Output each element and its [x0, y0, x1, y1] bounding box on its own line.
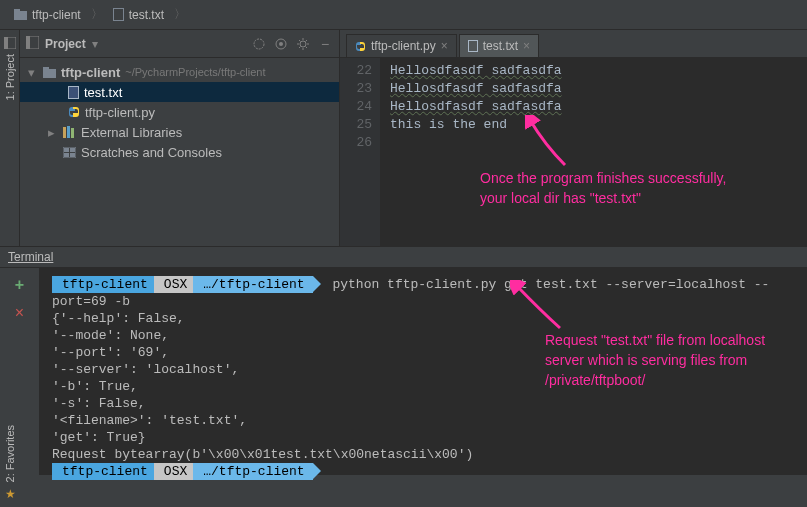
code-line: this is the end — [390, 116, 807, 134]
project-panel-header: Project ▾ − — [20, 30, 339, 58]
svg-point-10 — [279, 42, 283, 46]
terminal-title: Terminal — [8, 250, 53, 264]
breadcrumb-file[interactable]: test.txt — [107, 6, 170, 24]
terminal-output[interactable]: tftp-clientOSX…/tftp-client python tftp-… — [40, 268, 807, 475]
scroll-from-source-icon[interactable] — [273, 36, 289, 52]
editor-area: tftp-client.py × test.txt × 22 23 24 25 … — [340, 30, 807, 246]
terminal-line: tftp-clientOSX…/tftp-client — [52, 463, 795, 480]
tree-scratches[interactable]: ▸ Scratches and Consoles — [20, 142, 339, 162]
code-line: Hellosdfasdf sadfasdfa — [390, 98, 807, 116]
prompt-segment-project: tftp-client — [52, 276, 156, 293]
terminal-line: '-s': False, — [52, 395, 795, 412]
chevron-right-icon: 〉 — [174, 6, 186, 23]
line-number: 24 — [340, 98, 372, 116]
code-line: Hellosdfasdf sadfasdfa — [390, 62, 807, 80]
line-number: 25 — [340, 116, 372, 134]
code-editor[interactable]: 22 23 24 25 26 Hellosdfasdf sadfasdfa He… — [340, 58, 807, 246]
python-file-icon — [355, 41, 366, 52]
prompt-segment-project: tftp-client — [52, 463, 156, 480]
svg-point-11 — [300, 41, 306, 47]
svg-rect-1 — [14, 9, 20, 13]
annotation-text-2: Request "test.txt" file from localhost s… — [545, 330, 805, 390]
project-tool-label[interactable]: 1: Project — [4, 54, 16, 100]
folder-icon — [14, 9, 27, 20]
file-icon — [113, 8, 124, 21]
svg-rect-15 — [69, 87, 78, 98]
close-session-button[interactable]: × — [15, 304, 24, 322]
svg-rect-3 — [114, 9, 123, 20]
project-tree: ▾ tftp-client ~/PycharmProjects/tftp-cli… — [20, 58, 339, 166]
hide-icon[interactable]: − — [317, 36, 333, 52]
close-tab-icon[interactable]: × — [523, 39, 530, 53]
prompt-segment-os: OSX — [154, 463, 195, 480]
line-number-gutter: 22 23 24 25 26 — [340, 58, 380, 246]
tab-label: test.txt — [483, 39, 518, 53]
expand-arrow-icon[interactable]: ▾ — [28, 65, 38, 80]
annotation-text-1: Once the program finishes successfully, … — [480, 168, 730, 208]
code-line: Hellosdfasdf sadfasdfa — [390, 80, 807, 98]
tab-test-txt[interactable]: test.txt × — [459, 34, 539, 57]
project-tool-icon[interactable] — [3, 36, 17, 50]
dropdown-arrow-icon[interactable]: ▾ — [92, 37, 98, 51]
breadcrumb-bar: tftp-client 〉 test.txt 〉 — [0, 0, 807, 30]
new-session-button[interactable]: + — [15, 276, 24, 294]
tree-file-py[interactable]: tftp-client.py — [20, 102, 339, 122]
svg-rect-16 — [63, 127, 66, 138]
expand-arrow-icon[interactable]: ▸ — [48, 125, 58, 140]
terminal-panel: + × tftp-clientOSX…/tftp-client python t… — [0, 268, 807, 475]
project-panel: Project ▾ − ▾ tftp-client ~/PycharmProje… — [20, 30, 340, 246]
tree-file-testtxt[interactable]: test.txt — [20, 82, 339, 102]
svg-rect-20 — [64, 148, 69, 152]
terminal-header[interactable]: Terminal — [0, 246, 807, 268]
svg-rect-22 — [64, 153, 69, 157]
close-tab-icon[interactable]: × — [441, 39, 448, 53]
terminal-line: Request bytearray(b'\x00\x01test.txt\x00… — [52, 446, 795, 463]
chevron-right-icon: 〉 — [91, 6, 103, 23]
project-tool-dropdown-icon[interactable] — [26, 36, 39, 52]
favorites-gutter: 2: Favorites ★ — [0, 387, 20, 507]
svg-rect-25 — [469, 41, 477, 51]
file-icon — [468, 40, 478, 52]
tab-label: tftp-client.py — [371, 39, 436, 53]
project-panel-title: Project — [45, 37, 86, 51]
line-number: 26 — [340, 134, 372, 152]
svg-rect-13 — [43, 67, 49, 71]
star-icon[interactable]: ★ — [5, 487, 16, 501]
tree-external-libraries[interactable]: ▸ External Libraries — [20, 122, 339, 142]
tree-file-label: tftp-client.py — [85, 105, 155, 120]
terminal-line: 'get': True} — [52, 429, 795, 446]
prompt-segment-os: OSX — [154, 276, 195, 293]
tree-group-label: Scratches and Consoles — [81, 145, 222, 160]
svg-rect-18 — [71, 128, 74, 138]
file-icon — [68, 86, 79, 99]
editor-tabbar: tftp-client.py × test.txt × — [340, 30, 807, 58]
svg-rect-23 — [70, 153, 75, 157]
line-number: 23 — [340, 80, 372, 98]
svg-rect-7 — [26, 36, 30, 49]
tree-group-label: External Libraries — [81, 125, 182, 140]
svg-rect-17 — [67, 126, 70, 138]
svg-rect-5 — [4, 37, 8, 49]
tree-root-path: ~/PycharmProjects/tftp-client — [125, 66, 265, 78]
library-icon — [63, 126, 76, 138]
tree-root-label: tftp-client — [61, 65, 120, 80]
settings-icon[interactable] — [295, 36, 311, 52]
favorites-tool-label[interactable]: 2: Favorites — [4, 425, 16, 482]
left-gutter: 1: Project — [0, 30, 20, 246]
tree-root[interactable]: ▾ tftp-client ~/PycharmProjects/tftp-cli… — [20, 62, 339, 82]
prompt-segment-path: …/tftp-client — [193, 276, 312, 293]
tree-file-label: test.txt — [84, 85, 122, 100]
main-split: 1: Project Project ▾ − ▾ tftp — [0, 30, 807, 246]
terminal-line: '<filename>': 'test.txt', — [52, 412, 795, 429]
collapse-icon[interactable] — [251, 36, 267, 52]
line-number: 22 — [340, 62, 372, 80]
breadcrumb-root[interactable]: tftp-client — [8, 6, 87, 24]
prompt-segment-path: …/tftp-client — [193, 463, 312, 480]
python-file-icon — [68, 106, 80, 118]
scratches-icon — [63, 147, 76, 158]
svg-point-8 — [254, 39, 264, 49]
breadcrumb-file-label: test.txt — [129, 8, 164, 22]
breadcrumb-root-label: tftp-client — [32, 8, 81, 22]
tab-tftp-client-py[interactable]: tftp-client.py × — [346, 34, 457, 57]
code-content[interactable]: Hellosdfasdf sadfasdfa Hellosdfasdf sadf… — [380, 58, 807, 246]
